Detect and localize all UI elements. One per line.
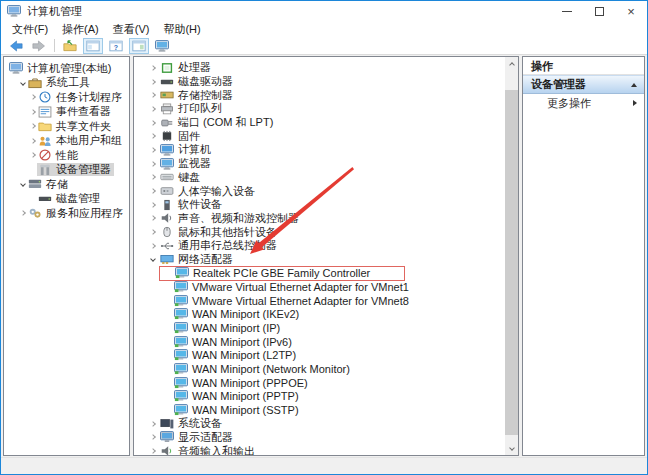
scrollbar-thumb[interactable] <box>505 90 518 435</box>
chevron-right-icon[interactable] <box>147 203 159 207</box>
device-tree-item[interactable]: 显示适配器 <box>134 431 505 445</box>
chevron-right-icon[interactable] <box>147 162 159 166</box>
device-tree-item[interactable]: 磁盘驱动器 <box>134 75 505 89</box>
device-tree-item[interactable]: 打印队列 <box>134 102 505 116</box>
chevron-right-icon[interactable] <box>147 435 159 439</box>
sidebar-tree-item[interactable]: 任务计划程序 <box>4 90 129 105</box>
collapse-icon[interactable] <box>631 83 637 87</box>
device-tree-item[interactable]: 系统设备 <box>134 417 505 431</box>
actions-section-device-manager[interactable]: 设备管理器 <box>523 75 644 94</box>
chevron-right-icon[interactable] <box>147 216 159 220</box>
mouse-icon <box>160 226 175 238</box>
sidebar-tree-item[interactable]: 系统工具 <box>4 76 129 91</box>
actions-panel: 操作 设备管理器 更多操作 <box>522 56 645 456</box>
device-tree-item[interactable]: 音频输入和输出 <box>134 444 505 456</box>
chevron-down-icon[interactable] <box>18 81 27 85</box>
net-icon <box>174 377 189 389</box>
sound-icon <box>160 212 175 224</box>
device-tree-item[interactable]: 计算机 <box>134 143 505 157</box>
chevron-right-icon[interactable] <box>28 139 37 143</box>
device-tree-item[interactable]: 声音、视频和游戏控制器 <box>134 212 505 226</box>
more-actions-item[interactable]: 更多操作 <box>523 94 644 112</box>
chevron-right-icon[interactable] <box>147 148 159 152</box>
tree-item-label: 设备管理器 <box>56 162 111 177</box>
sidebar-tree-item[interactable]: 性能 <box>4 148 129 163</box>
device-tree-item[interactable]: WAN Miniport (SSTP) <box>134 403 505 417</box>
device-tree-item[interactable]: WAN Miniport (IPv6) <box>134 335 505 349</box>
chevron-right-icon[interactable] <box>147 93 159 97</box>
device-tree-item[interactable]: WAN Miniport (IKEv2) <box>134 307 505 321</box>
scroll-up-icon[interactable] <box>505 57 518 70</box>
forward-icon[interactable] <box>29 38 49 54</box>
tree-item-label: 服务和应用程序 <box>46 206 123 221</box>
device-tree-item[interactable]: 处理器 <box>134 61 505 75</box>
tree-item-label: 音频输入和输出 <box>178 444 255 456</box>
device-tree-item[interactable]: 存储控制器 <box>134 88 505 102</box>
chevron-right-icon[interactable] <box>147 422 159 426</box>
menu-item-2[interactable]: 查看(V) <box>106 22 157 37</box>
chevron-right-icon[interactable] <box>147 230 159 234</box>
chevron-right-icon[interactable] <box>18 211 27 215</box>
sidebar-tree-item[interactable]: 存储 <box>4 177 129 192</box>
device-tree-item[interactable]: VMware Virtual Ethernet Adapter for VMne… <box>134 294 505 308</box>
chevron-right-icon[interactable] <box>28 153 37 157</box>
device-tree-item[interactable]: 通用串行总线控制器 <box>134 239 505 253</box>
scroll-down-icon[interactable] <box>505 442 518 455</box>
event-viewer-icon <box>38 106 53 118</box>
chevron-right-icon[interactable] <box>147 244 159 248</box>
minimize-icon <box>562 11 572 12</box>
device-tree-item[interactable]: VMware Virtual Ethernet Adapter for VMne… <box>134 280 505 294</box>
menu-item-3[interactable]: 帮助(H) <box>156 22 207 37</box>
chevron-down-icon[interactable] <box>18 182 27 186</box>
console-window-alt-icon[interactable] <box>129 38 149 54</box>
chevron-right-icon[interactable] <box>28 124 37 128</box>
device-tree-item[interactable]: 人体学输入设备 <box>134 184 505 198</box>
chevron-right-icon[interactable] <box>147 80 159 84</box>
chevron-right-icon[interactable] <box>147 121 159 125</box>
chevron-right-icon[interactable] <box>28 95 37 99</box>
back-icon[interactable] <box>6 38 26 54</box>
chevron-down-icon[interactable] <box>147 257 159 261</box>
device-tree-item[interactable]: 网络适配器 <box>134 253 505 267</box>
sidebar-tree-item[interactable]: 本地用户和组 <box>4 134 129 149</box>
devices-icon[interactable] <box>152 38 172 54</box>
chevron-right-icon[interactable] <box>147 134 159 138</box>
device-tree-item[interactable]: WAN Miniport (L2TP) <box>134 348 505 362</box>
chevron-right-icon[interactable] <box>147 189 159 193</box>
device-tree-item[interactable]: 固件 <box>134 129 505 143</box>
device-tree-item[interactable]: 监视器 <box>134 157 505 171</box>
sidebar-tree-item[interactable]: 磁盘管理 <box>4 192 129 207</box>
disk-management-icon <box>38 193 53 205</box>
tree-item-content: WAN Miniport (PPTP) <box>173 390 302 403</box>
toolbar-separator <box>54 39 55 52</box>
tree-item-content: 共享文件夹 <box>37 120 114 133</box>
device-tree-item[interactable]: WAN Miniport (PPPOE) <box>134 376 505 390</box>
sidebar-tree-item[interactable]: 事件查看器 <box>4 105 129 120</box>
menu-item-0[interactable]: 文件(F) <box>5 22 55 37</box>
menu-item-1[interactable]: 操作(A) <box>55 22 106 37</box>
device-tree-item[interactable]: 软件设备 <box>134 198 505 212</box>
sidebar-tree-item[interactable]: 设备管理器 <box>4 163 129 178</box>
chevron-right-icon[interactable] <box>28 110 37 114</box>
help-icon[interactable]: ? <box>106 38 126 54</box>
device-tree-item[interactable]: WAN Miniport (IP) <box>134 321 505 335</box>
chevron-right-icon[interactable] <box>147 175 159 179</box>
console-window-icon[interactable] <box>83 38 103 54</box>
device-tree-item[interactable]: 鼠标和其他指针设备 <box>134 225 505 239</box>
sidebar-tree-item[interactable]: 服务和应用程序 <box>4 206 129 221</box>
show-console-tree-icon[interactable] <box>60 38 80 54</box>
device-tree-item[interactable]: 键盘 <box>134 171 505 185</box>
minimize-button[interactable] <box>551 1 583 22</box>
device-tree-item[interactable]: WAN Miniport (Network Monitor) <box>134 362 505 376</box>
chevron-right-icon[interactable] <box>147 107 159 111</box>
sidebar-tree-item[interactable]: 计算机管理(本地) <box>4 61 129 76</box>
device-tree-item[interactable]: WAN Miniport (PPTP) <box>134 390 505 404</box>
chevron-right-icon[interactable] <box>147 449 159 453</box>
maximize-button[interactable] <box>583 1 615 22</box>
device-tree-item[interactable]: 端口 (COM 和 LPT) <box>134 116 505 130</box>
chevron-right-icon[interactable] <box>147 66 159 70</box>
close-button[interactable]: × <box>615 1 647 22</box>
sidebar-tree-item[interactable]: 共享文件夹 <box>4 119 129 134</box>
device-tree-item[interactable]: Realtek PCIe GBE Family Controller <box>134 266 505 280</box>
vertical-scrollbar[interactable] <box>505 57 518 455</box>
